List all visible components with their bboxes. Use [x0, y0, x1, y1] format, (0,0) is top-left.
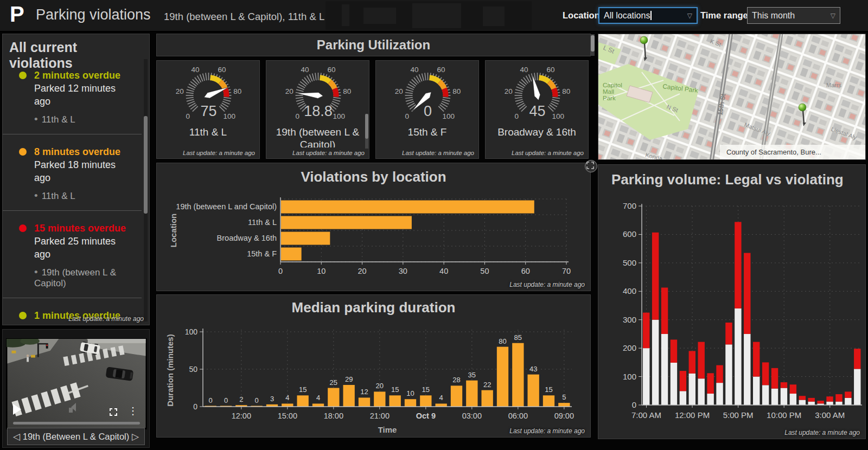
svg-text:700: 700: [623, 201, 636, 210]
last-update: Last update: a minute ago: [292, 150, 365, 156]
svg-text:80: 80: [452, 87, 461, 95]
svg-text:35: 35: [468, 371, 476, 379]
svg-text:15: 15: [391, 385, 399, 394]
svg-text:5: 5: [562, 393, 566, 401]
svg-text:18:00: 18:00: [324, 412, 343, 420]
svg-text:75: 75: [200, 103, 216, 119]
app-header: P Parking violations 19th (between L & C…: [0, 0, 868, 32]
violation-list-item[interactable]: 2 minutes overdue Parked 12 minutes ago …: [3, 58, 142, 134]
volume-muted-icon[interactable]: [69, 405, 73, 415]
svg-text:3: 3: [270, 395, 274, 403]
svg-text:85: 85: [514, 333, 522, 342]
violation-list-item[interactable]: 8 minutes overdue Parked 18 minutes ago …: [3, 134, 142, 210]
svg-text:60: 60: [437, 66, 445, 74]
svg-text:Oct 9: Oct 9: [416, 412, 436, 420]
utilization-scrollbar[interactable]: [591, 34, 595, 56]
svg-text:19th (between L and Capitol): 19th (between L and Capitol): [176, 202, 277, 211]
svg-text:20: 20: [176, 87, 184, 95]
svg-text:22: 22: [483, 381, 491, 389]
more-options-icon[interactable]: ⋮: [128, 405, 138, 417]
svg-text:15: 15: [299, 385, 307, 394]
severity-dot-icon: [19, 312, 27, 319]
chevron-down-icon: ▽: [687, 12, 692, 20]
last-update: Last update: a minute ago: [509, 281, 585, 288]
time-range-select[interactable]: This month ▽: [747, 7, 840, 24]
next-camera-button[interactable]: ▷: [132, 431, 139, 442]
svg-text:20: 20: [376, 382, 384, 390]
map-attribution: County of Sacramento, Bure...: [726, 148, 821, 156]
svg-text:100: 100: [623, 372, 636, 381]
svg-text:10: 10: [406, 389, 414, 397]
svg-text:40: 40: [439, 267, 448, 275]
severity-dot-icon: [19, 148, 27, 156]
svg-text:20: 20: [285, 87, 293, 95]
svg-text:4: 4: [316, 394, 320, 402]
violations-scrollbar[interactable]: [144, 59, 148, 322]
dashboard: P Parking violations 19th (between L & C…: [0, 0, 868, 450]
svg-text:29: 29: [345, 375, 353, 383]
svg-text:60: 60: [521, 267, 530, 275]
video-progress-bar[interactable]: [13, 422, 140, 425]
svg-text:10:00 PM: 10:00 PM: [767, 410, 801, 420]
violations-list[interactable]: 2 minutes overdue Parked 12 minutes ago …: [3, 58, 142, 325]
svg-text:Broadway & 16th: Broadway & 16th: [217, 234, 277, 242]
gauge-location-label: 11th & L: [159, 126, 257, 147]
page-title: Parking violations: [36, 7, 151, 23]
gauge-card: 02040608010018.819th (between L & Capito…: [266, 60, 369, 159]
svg-text:0: 0: [424, 103, 432, 119]
fullscreen-button[interactable]: [110, 408, 117, 416]
map-label: Marrs: [826, 82, 842, 88]
video-player[interactable]: ⋮: [6, 338, 147, 429]
svg-text:03:00: 03:00: [462, 412, 482, 420]
svg-text:0: 0: [224, 396, 228, 404]
svg-text:20: 20: [505, 87, 513, 95]
gauge-dial: 02040608010075: [157, 61, 260, 125]
svg-text:21:00: 21:00: [370, 412, 390, 420]
svg-text:60: 60: [327, 66, 335, 74]
expand-button[interactable]: [585, 160, 597, 172]
expand-arrows-icon: [585, 160, 595, 170]
svg-text:10: 10: [317, 267, 326, 275]
prev-camera-button[interactable]: ◁: [13, 431, 20, 442]
svg-text:09:00: 09:00: [554, 412, 574, 420]
gauge-location-label: Broadway & 16th: [488, 126, 586, 147]
svg-text:100: 100: [442, 112, 455, 120]
svg-text:11th & L: 11th & L: [248, 218, 277, 227]
svg-text:0: 0: [193, 402, 197, 411]
svg-text:28: 28: [452, 376, 460, 384]
svg-text:0: 0: [296, 112, 300, 120]
gauge-card: 020406080100015th & FLast update: a minu…: [375, 60, 479, 159]
gauge-card: 0204060801007511th & LLast update: a min…: [156, 60, 260, 159]
svg-text:Time: Time: [378, 425, 397, 434]
text-cursor: [650, 11, 652, 20]
violation-location: •19th (between L & Capitol): [34, 266, 137, 289]
gauge-dial: 02040608010018.8: [266, 61, 370, 125]
svg-text:70: 70: [562, 267, 571, 275]
location-label: Location: [563, 10, 600, 21]
violation-list-item[interactable]: 15 minutes overdue Parked 25 minutes ago…: [3, 210, 142, 298]
gauge-location-label: 15th & F: [378, 126, 476, 147]
svg-text:18.8: 18.8: [304, 103, 333, 119]
last-update: Last update: a minute ago: [509, 427, 585, 435]
svg-text:40: 40: [301, 66, 309, 74]
gauge-dial: 0204060801000: [376, 61, 480, 125]
chart-title: Parking volume: Legal vs violating: [611, 171, 844, 188]
camera-name: 19th (Between L & Capitol): [20, 432, 132, 442]
violation-location: •11th & L: [34, 190, 121, 202]
svg-text:25: 25: [330, 378, 337, 387]
svg-text:12: 12: [360, 388, 368, 396]
time-range-value: This month: [752, 11, 795, 21]
svg-text:0: 0: [209, 396, 213, 404]
gauge-card-scrollbar[interactable]: [365, 114, 368, 149]
svg-text:0: 0: [515, 112, 519, 120]
intersection-camera-frame: [7, 339, 146, 428]
svg-text:400: 400: [623, 286, 636, 295]
play-button[interactable]: [13, 404, 21, 415]
violations-by-location-panel: Violations by location 01020304050607019…: [156, 163, 591, 291]
map[interactable]: K St L St CapitolMallPark Capitol Park N…: [598, 34, 866, 160]
svg-text:06:00: 06:00: [508, 412, 528, 420]
svg-text:500: 500: [623, 258, 636, 267]
location-select[interactable]: All locations ▽: [598, 7, 698, 24]
svg-text:40: 40: [520, 66, 528, 74]
svg-text:4: 4: [285, 394, 289, 402]
